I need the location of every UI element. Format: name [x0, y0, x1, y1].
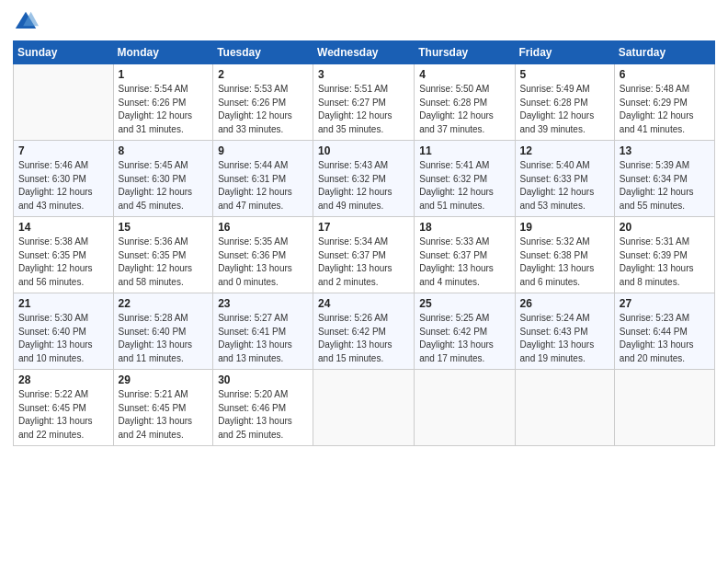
day-number: 27 [620, 297, 710, 310]
calendar-cell: 15Sunrise: 5:36 AM Sunset: 6:35 PM Dayli… [113, 217, 213, 293]
day-number: 26 [520, 297, 609, 310]
day-number: 1 [119, 68, 209, 81]
calendar-cell: 10Sunrise: 5:43 AM Sunset: 6:32 PM Dayli… [313, 141, 415, 217]
day-header-sunday: Sunday [14, 41, 114, 64]
calendar-cell [415, 370, 515, 446]
calendar-cell: 1Sunrise: 5:54 AM Sunset: 6:26 PM Daylig… [113, 64, 213, 141]
calendar-cell: 17Sunrise: 5:34 AM Sunset: 6:37 PM Dayli… [313, 217, 415, 293]
day-number: 3 [318, 68, 409, 81]
day-detail: Sunrise: 5:30 AM Sunset: 6:40 PM Dayligh… [18, 312, 108, 365]
day-detail: Sunrise: 5:26 AM Sunset: 6:42 PM Dayligh… [318, 312, 409, 365]
calendar-week-row: 28Sunrise: 5:22 AM Sunset: 6:45 PM Dayli… [14, 370, 715, 446]
calendar-cell: 5Sunrise: 5:49 AM Sunset: 6:28 PM Daylig… [515, 64, 614, 141]
day-header-thursday: Thursday [415, 41, 515, 64]
day-detail: Sunrise: 5:36 AM Sunset: 6:35 PM Dayligh… [119, 236, 209, 289]
calendar-cell: 2Sunrise: 5:53 AM Sunset: 6:26 PM Daylig… [213, 64, 313, 141]
day-detail: Sunrise: 5:51 AM Sunset: 6:27 PM Dayligh… [318, 83, 409, 136]
day-detail: Sunrise: 5:49 AM Sunset: 6:28 PM Dayligh… [520, 83, 609, 136]
day-number: 10 [318, 144, 409, 157]
calendar-cell: 12Sunrise: 5:40 AM Sunset: 6:33 PM Dayli… [515, 141, 614, 217]
day-detail: Sunrise: 5:28 AM Sunset: 6:40 PM Dayligh… [119, 312, 209, 365]
day-detail: Sunrise: 5:21 AM Sunset: 6:45 PM Dayligh… [119, 388, 209, 442]
day-detail: Sunrise: 5:31 AM Sunset: 6:39 PM Dayligh… [620, 236, 710, 289]
day-number: 23 [218, 297, 308, 310]
calendar-cell: 25Sunrise: 5:25 AM Sunset: 6:42 PM Dayli… [415, 293, 515, 370]
day-number: 16 [218, 221, 308, 234]
calendar-cell: 3Sunrise: 5:51 AM Sunset: 6:27 PM Daylig… [313, 64, 415, 141]
day-number: 8 [119, 144, 209, 157]
day-detail: Sunrise: 5:39 AM Sunset: 6:34 PM Dayligh… [620, 159, 710, 213]
day-header-saturday: Saturday [614, 41, 714, 64]
calendar-cell: 19Sunrise: 5:32 AM Sunset: 6:38 PM Dayli… [515, 217, 614, 293]
calendar-cell [313, 370, 415, 446]
day-number: 2 [218, 68, 308, 81]
calendar-week-row: 1Sunrise: 5:54 AM Sunset: 6:26 PM Daylig… [14, 64, 715, 141]
calendar-cell: 22Sunrise: 5:28 AM Sunset: 6:40 PM Dayli… [113, 293, 213, 370]
calendar-week-row: 21Sunrise: 5:30 AM Sunset: 6:40 PM Dayli… [14, 293, 715, 370]
day-number: 13 [620, 144, 710, 157]
calendar-cell: 13Sunrise: 5:39 AM Sunset: 6:34 PM Dayli… [614, 141, 714, 217]
logo-icon [13, 9, 39, 35]
day-detail: Sunrise: 5:48 AM Sunset: 6:29 PM Dayligh… [620, 83, 710, 136]
day-number: 5 [520, 68, 609, 81]
day-number: 11 [419, 144, 509, 157]
day-number: 20 [620, 221, 710, 234]
day-detail: Sunrise: 5:33 AM Sunset: 6:37 PM Dayligh… [419, 236, 509, 289]
day-number: 14 [18, 221, 108, 234]
calendar-cell [515, 370, 614, 446]
day-detail: Sunrise: 5:23 AM Sunset: 6:44 PM Dayligh… [620, 312, 710, 365]
calendar-cell: 18Sunrise: 5:33 AM Sunset: 6:37 PM Dayli… [415, 217, 515, 293]
day-number: 25 [419, 297, 509, 310]
day-detail: Sunrise: 5:20 AM Sunset: 6:46 PM Dayligh… [218, 388, 308, 442]
day-number: 18 [419, 221, 509, 234]
calendar-cell: 24Sunrise: 5:26 AM Sunset: 6:42 PM Dayli… [313, 293, 415, 370]
calendar-cell: 23Sunrise: 5:27 AM Sunset: 6:41 PM Dayli… [213, 293, 313, 370]
day-detail: Sunrise: 5:40 AM Sunset: 6:33 PM Dayligh… [520, 159, 609, 213]
day-detail: Sunrise: 5:35 AM Sunset: 6:36 PM Dayligh… [218, 236, 308, 289]
day-number: 15 [119, 221, 209, 234]
calendar-header-row: SundayMondayTuesdayWednesdayThursdayFrid… [14, 41, 715, 64]
day-number: 6 [620, 68, 710, 81]
calendar-cell: 11Sunrise: 5:41 AM Sunset: 6:32 PM Dayli… [415, 141, 515, 217]
day-detail: Sunrise: 5:53 AM Sunset: 6:26 PM Dayligh… [218, 83, 308, 136]
calendar-cell: 4Sunrise: 5:50 AM Sunset: 6:28 PM Daylig… [415, 64, 515, 141]
calendar-cell: 20Sunrise: 5:31 AM Sunset: 6:39 PM Dayli… [614, 217, 714, 293]
day-number: 19 [520, 221, 609, 234]
day-header-tuesday: Tuesday [213, 41, 313, 64]
calendar-cell: 16Sunrise: 5:35 AM Sunset: 6:36 PM Dayli… [213, 217, 313, 293]
day-number: 24 [318, 297, 409, 310]
day-detail: Sunrise: 5:46 AM Sunset: 6:30 PM Dayligh… [18, 159, 108, 213]
calendar-cell: 6Sunrise: 5:48 AM Sunset: 6:29 PM Daylig… [614, 64, 714, 141]
day-header-monday: Monday [113, 41, 213, 64]
logo [13, 9, 42, 35]
day-detail: Sunrise: 5:27 AM Sunset: 6:41 PM Dayligh… [218, 312, 308, 365]
calendar-cell: 14Sunrise: 5:38 AM Sunset: 6:35 PM Dayli… [14, 217, 114, 293]
day-detail: Sunrise: 5:32 AM Sunset: 6:38 PM Dayligh… [520, 236, 609, 289]
day-number: 30 [218, 373, 308, 386]
day-header-friday: Friday [515, 41, 614, 64]
calendar-week-row: 14Sunrise: 5:38 AM Sunset: 6:35 PM Dayli… [14, 217, 715, 293]
day-detail: Sunrise: 5:54 AM Sunset: 6:26 PM Dayligh… [119, 83, 209, 136]
day-number: 22 [119, 297, 209, 310]
page-container: SundayMondayTuesdayWednesdayThursdayFrid… [0, 0, 728, 455]
day-detail: Sunrise: 5:22 AM Sunset: 6:45 PM Dayligh… [18, 388, 108, 442]
calendar-week-row: 7Sunrise: 5:46 AM Sunset: 6:30 PM Daylig… [14, 141, 715, 217]
day-number: 29 [119, 373, 209, 386]
day-number: 21 [18, 297, 108, 310]
day-detail: Sunrise: 5:44 AM Sunset: 6:31 PM Dayligh… [218, 159, 308, 213]
day-header-wednesday: Wednesday [313, 41, 415, 64]
day-detail: Sunrise: 5:24 AM Sunset: 6:43 PM Dayligh… [520, 312, 609, 365]
day-detail: Sunrise: 5:34 AM Sunset: 6:37 PM Dayligh… [318, 236, 409, 289]
calendar-cell: 7Sunrise: 5:46 AM Sunset: 6:30 PM Daylig… [14, 141, 114, 217]
calendar-cell: 28Sunrise: 5:22 AM Sunset: 6:45 PM Dayli… [14, 370, 114, 446]
calendar-cell [14, 64, 114, 141]
calendar-cell: 26Sunrise: 5:24 AM Sunset: 6:43 PM Dayli… [515, 293, 614, 370]
day-detail: Sunrise: 5:41 AM Sunset: 6:32 PM Dayligh… [419, 159, 509, 213]
day-detail: Sunrise: 5:25 AM Sunset: 6:42 PM Dayligh… [419, 312, 509, 365]
calendar-cell [614, 370, 714, 446]
day-number: 9 [218, 144, 308, 157]
day-detail: Sunrise: 5:45 AM Sunset: 6:30 PM Dayligh… [119, 159, 209, 213]
calendar-cell: 29Sunrise: 5:21 AM Sunset: 6:45 PM Dayli… [113, 370, 213, 446]
day-number: 28 [18, 373, 108, 386]
header [13, 9, 715, 35]
